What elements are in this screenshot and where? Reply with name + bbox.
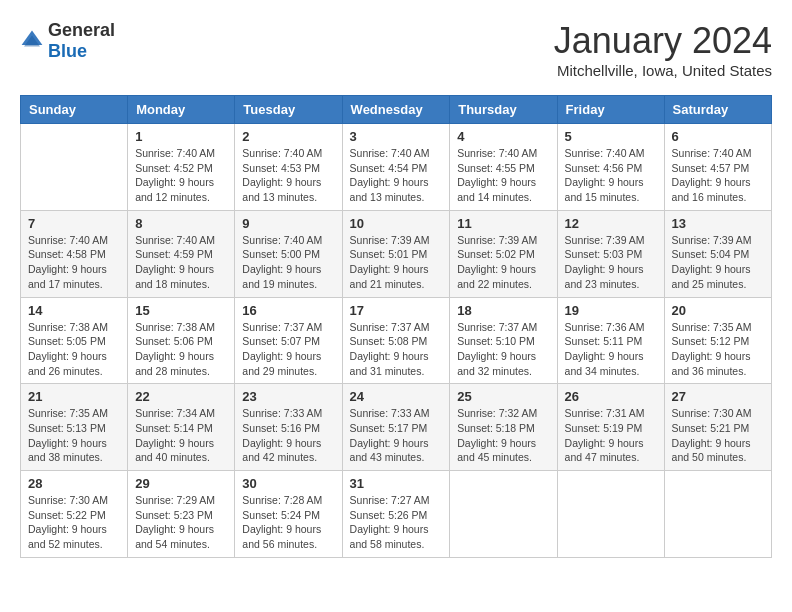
day-number: 12 <box>565 216 657 231</box>
calendar-week-row: 14Sunrise: 7:38 AM Sunset: 5:05 PM Dayli… <box>21 297 772 384</box>
day-number: 27 <box>672 389 764 404</box>
day-number: 9 <box>242 216 334 231</box>
logo-text: General Blue <box>48 20 115 62</box>
calendar-cell: 15Sunrise: 7:38 AM Sunset: 5:06 PM Dayli… <box>128 297 235 384</box>
day-info: Sunrise: 7:40 AM Sunset: 4:52 PM Dayligh… <box>135 146 227 205</box>
day-info: Sunrise: 7:38 AM Sunset: 5:05 PM Dayligh… <box>28 320 120 379</box>
calendar-cell <box>450 471 557 558</box>
day-of-week-header: Wednesday <box>342 96 450 124</box>
calendar-header-row: SundayMondayTuesdayWednesdayThursdayFrid… <box>21 96 772 124</box>
calendar-cell: 5Sunrise: 7:40 AM Sunset: 4:56 PM Daylig… <box>557 124 664 211</box>
calendar-cell: 20Sunrise: 7:35 AM Sunset: 5:12 PM Dayli… <box>664 297 771 384</box>
calendar-cell: 13Sunrise: 7:39 AM Sunset: 5:04 PM Dayli… <box>664 210 771 297</box>
calendar-week-row: 7Sunrise: 7:40 AM Sunset: 4:58 PM Daylig… <box>21 210 772 297</box>
day-info: Sunrise: 7:38 AM Sunset: 5:06 PM Dayligh… <box>135 320 227 379</box>
calendar-cell: 23Sunrise: 7:33 AM Sunset: 5:16 PM Dayli… <box>235 384 342 471</box>
logo-icon <box>20 29 44 53</box>
calendar-cell: 17Sunrise: 7:37 AM Sunset: 5:08 PM Dayli… <box>342 297 450 384</box>
month-title: January 2024 <box>554 20 772 62</box>
day-number: 8 <box>135 216 227 231</box>
day-info: Sunrise: 7:39 AM Sunset: 5:02 PM Dayligh… <box>457 233 549 292</box>
calendar-cell <box>21 124 128 211</box>
day-number: 20 <box>672 303 764 318</box>
day-number: 2 <box>242 129 334 144</box>
day-of-week-header: Tuesday <box>235 96 342 124</box>
day-info: Sunrise: 7:29 AM Sunset: 5:23 PM Dayligh… <box>135 493 227 552</box>
day-info: Sunrise: 7:37 AM Sunset: 5:08 PM Dayligh… <box>350 320 443 379</box>
day-number: 26 <box>565 389 657 404</box>
calendar-cell: 30Sunrise: 7:28 AM Sunset: 5:24 PM Dayli… <box>235 471 342 558</box>
day-info: Sunrise: 7:34 AM Sunset: 5:14 PM Dayligh… <box>135 406 227 465</box>
day-info: Sunrise: 7:40 AM Sunset: 4:58 PM Dayligh… <box>28 233 120 292</box>
calendar-cell: 10Sunrise: 7:39 AM Sunset: 5:01 PM Dayli… <box>342 210 450 297</box>
calendar-cell: 3Sunrise: 7:40 AM Sunset: 4:54 PM Daylig… <box>342 124 450 211</box>
day-number: 16 <box>242 303 334 318</box>
day-number: 21 <box>28 389 120 404</box>
day-number: 29 <box>135 476 227 491</box>
day-info: Sunrise: 7:40 AM Sunset: 4:59 PM Dayligh… <box>135 233 227 292</box>
logo: General Blue <box>20 20 115 62</box>
day-number: 11 <box>457 216 549 231</box>
calendar-cell: 22Sunrise: 7:34 AM Sunset: 5:14 PM Dayli… <box>128 384 235 471</box>
day-number: 31 <box>350 476 443 491</box>
calendar-cell: 9Sunrise: 7:40 AM Sunset: 5:00 PM Daylig… <box>235 210 342 297</box>
day-of-week-header: Saturday <box>664 96 771 124</box>
day-info: Sunrise: 7:33 AM Sunset: 5:17 PM Dayligh… <box>350 406 443 465</box>
day-number: 24 <box>350 389 443 404</box>
day-info: Sunrise: 7:28 AM Sunset: 5:24 PM Dayligh… <box>242 493 334 552</box>
day-number: 14 <box>28 303 120 318</box>
day-info: Sunrise: 7:31 AM Sunset: 5:19 PM Dayligh… <box>565 406 657 465</box>
day-number: 5 <box>565 129 657 144</box>
calendar-week-row: 21Sunrise: 7:35 AM Sunset: 5:13 PM Dayli… <box>21 384 772 471</box>
day-info: Sunrise: 7:39 AM Sunset: 5:04 PM Dayligh… <box>672 233 764 292</box>
day-number: 3 <box>350 129 443 144</box>
calendar-cell: 21Sunrise: 7:35 AM Sunset: 5:13 PM Dayli… <box>21 384 128 471</box>
calendar-cell: 7Sunrise: 7:40 AM Sunset: 4:58 PM Daylig… <box>21 210 128 297</box>
calendar: SundayMondayTuesdayWednesdayThursdayFrid… <box>20 95 772 558</box>
day-number: 25 <box>457 389 549 404</box>
calendar-cell: 18Sunrise: 7:37 AM Sunset: 5:10 PM Dayli… <box>450 297 557 384</box>
day-number: 13 <box>672 216 764 231</box>
calendar-cell: 6Sunrise: 7:40 AM Sunset: 4:57 PM Daylig… <box>664 124 771 211</box>
day-info: Sunrise: 7:37 AM Sunset: 5:07 PM Dayligh… <box>242 320 334 379</box>
day-info: Sunrise: 7:27 AM Sunset: 5:26 PM Dayligh… <box>350 493 443 552</box>
calendar-cell: 12Sunrise: 7:39 AM Sunset: 5:03 PM Dayli… <box>557 210 664 297</box>
calendar-cell: 2Sunrise: 7:40 AM Sunset: 4:53 PM Daylig… <box>235 124 342 211</box>
calendar-cell: 19Sunrise: 7:36 AM Sunset: 5:11 PM Dayli… <box>557 297 664 384</box>
calendar-cell: 1Sunrise: 7:40 AM Sunset: 4:52 PM Daylig… <box>128 124 235 211</box>
day-number: 23 <box>242 389 334 404</box>
calendar-cell <box>557 471 664 558</box>
calendar-cell: 11Sunrise: 7:39 AM Sunset: 5:02 PM Dayli… <box>450 210 557 297</box>
calendar-cell: 8Sunrise: 7:40 AM Sunset: 4:59 PM Daylig… <box>128 210 235 297</box>
day-info: Sunrise: 7:40 AM Sunset: 4:56 PM Dayligh… <box>565 146 657 205</box>
day-info: Sunrise: 7:33 AM Sunset: 5:16 PM Dayligh… <box>242 406 334 465</box>
day-info: Sunrise: 7:36 AM Sunset: 5:11 PM Dayligh… <box>565 320 657 379</box>
day-of-week-header: Friday <box>557 96 664 124</box>
calendar-cell: 29Sunrise: 7:29 AM Sunset: 5:23 PM Dayli… <box>128 471 235 558</box>
location-title: Mitchellville, Iowa, United States <box>554 62 772 79</box>
day-info: Sunrise: 7:39 AM Sunset: 5:03 PM Dayligh… <box>565 233 657 292</box>
day-info: Sunrise: 7:30 AM Sunset: 5:22 PM Dayligh… <box>28 493 120 552</box>
day-number: 19 <box>565 303 657 318</box>
calendar-cell: 16Sunrise: 7:37 AM Sunset: 5:07 PM Dayli… <box>235 297 342 384</box>
day-number: 30 <box>242 476 334 491</box>
calendar-cell: 14Sunrise: 7:38 AM Sunset: 5:05 PM Dayli… <box>21 297 128 384</box>
day-of-week-header: Thursday <box>450 96 557 124</box>
calendar-cell: 26Sunrise: 7:31 AM Sunset: 5:19 PM Dayli… <box>557 384 664 471</box>
day-number: 15 <box>135 303 227 318</box>
header: General Blue January 2024 Mitchellville,… <box>20 20 772 79</box>
day-number: 1 <box>135 129 227 144</box>
calendar-week-row: 28Sunrise: 7:30 AM Sunset: 5:22 PM Dayli… <box>21 471 772 558</box>
day-info: Sunrise: 7:35 AM Sunset: 5:12 PM Dayligh… <box>672 320 764 379</box>
day-info: Sunrise: 7:40 AM Sunset: 4:57 PM Dayligh… <box>672 146 764 205</box>
day-info: Sunrise: 7:32 AM Sunset: 5:18 PM Dayligh… <box>457 406 549 465</box>
day-number: 17 <box>350 303 443 318</box>
calendar-cell: 27Sunrise: 7:30 AM Sunset: 5:21 PM Dayli… <box>664 384 771 471</box>
day-of-week-header: Sunday <box>21 96 128 124</box>
day-info: Sunrise: 7:40 AM Sunset: 4:55 PM Dayligh… <box>457 146 549 205</box>
calendar-cell: 25Sunrise: 7:32 AM Sunset: 5:18 PM Dayli… <box>450 384 557 471</box>
day-info: Sunrise: 7:37 AM Sunset: 5:10 PM Dayligh… <box>457 320 549 379</box>
day-info: Sunrise: 7:39 AM Sunset: 5:01 PM Dayligh… <box>350 233 443 292</box>
day-number: 28 <box>28 476 120 491</box>
title-area: January 2024 Mitchellville, Iowa, United… <box>554 20 772 79</box>
